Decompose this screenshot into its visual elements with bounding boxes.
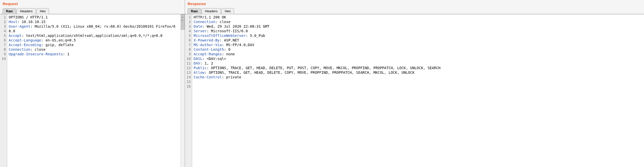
request-tab-hex[interactable]: Hex	[36, 8, 49, 14]
request-panel: Request Raw Headers Hex 1 2 3 4 5 6 7 8 …	[0, 0, 185, 167]
request-tab-raw[interactable]: Raw	[3, 8, 16, 14]
response-header: Response Raw Headers Hex	[185, 0, 644, 14]
request-tab-bar: Raw Headers Hex	[3, 8, 182, 14]
request-gutter: 1 2 3 4 5 6 7 8 9 10	[0, 14, 7, 167]
response-editor[interactable]: 1 2 3 4 5 6 7 8 9 10 11 12 13 14 15 16 H…	[185, 14, 644, 167]
response-gutter: 1 2 3 4 5 6 7 8 9 10 11 12 13 14 15 16	[185, 14, 192, 167]
request-code[interactable]: OPTIONS / HTTP/1.1Host: 10.10.10.15User-…	[7, 14, 181, 167]
request-title: Request	[3, 2, 182, 6]
request-scrollbar[interactable]	[181, 14, 185, 167]
response-title: Response	[188, 2, 641, 6]
response-tab-raw[interactable]: Raw	[188, 8, 201, 14]
response-panel: Response Raw Headers Hex 1 2 3 4 5 6 7 8…	[185, 0, 644, 167]
response-tab-headers[interactable]: Headers	[202, 8, 221, 14]
arrow-left-icon: ◂	[181, 16, 184, 18]
request-editor[interactable]: 1 2 3 4 5 6 7 8 9 10 OPTIONS / HTTP/1.1H…	[0, 14, 185, 167]
request-tab-headers[interactable]: Headers	[17, 8, 36, 14]
arrow-right-icon: ▸	[181, 19, 184, 22]
request-header: Request Raw Headers Hex	[0, 0, 185, 14]
response-tab-bar: Raw Headers Hex	[188, 8, 641, 14]
response-code[interactable]: HTTP/1.1 200 OKConnection: closeDate: We…	[192, 14, 644, 167]
editor-arrows: ◂ ▸	[181, 16, 184, 22]
response-tab-hex[interactable]: Hex	[221, 8, 234, 14]
